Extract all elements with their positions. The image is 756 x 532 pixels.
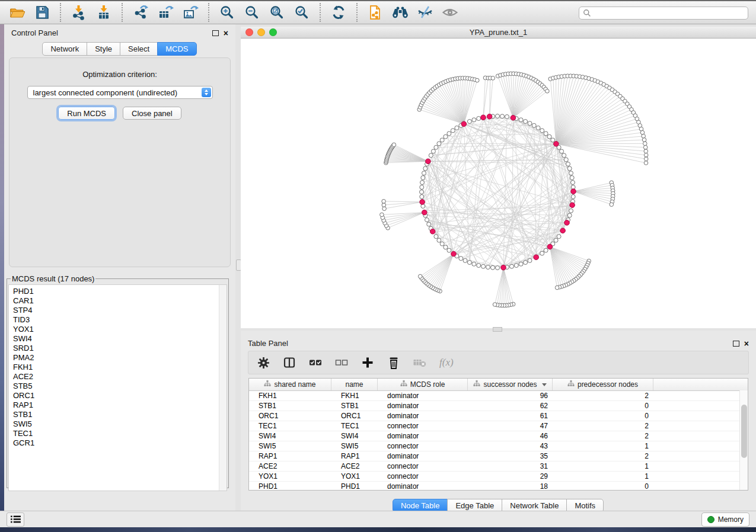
float-window-icon[interactable] [212, 30, 219, 36]
table-cell: dominator [378, 391, 468, 400]
search-input[interactable] [594, 8, 748, 18]
optimization-criterion-dropdown[interactable]: largest connected component (undirected) [27, 86, 213, 99]
clone-network-icon[interactable] [366, 4, 384, 21]
export-table-icon[interactable] [157, 4, 174, 21]
task-history-button[interactable] [7, 512, 24, 527]
add-column-icon[interactable] [361, 356, 374, 369]
list-item[interactable]: GCR1 [13, 438, 227, 448]
close-panel-button[interactable]: Close panel [123, 107, 181, 120]
function-builder-icon[interactable]: f(x) [439, 357, 454, 368]
list-item[interactable]: TID3 [13, 315, 227, 325]
list-item[interactable]: STP4 [13, 306, 227, 315]
table-row[interactable]: YOX1YOX1connector291 [249, 472, 748, 482]
network-canvas[interactable] [241, 39, 756, 328]
network-title: YPA_prune.txt_1 [241, 28, 756, 37]
table-row[interactable]: SWI4SWI4dominator462 [249, 431, 748, 441]
open-file-icon[interactable] [8, 4, 26, 21]
list-icon [10, 515, 21, 524]
table-row[interactable]: TEC1TEC1connector472 [249, 421, 748, 431]
tab-mcds[interactable]: MCDS [157, 42, 196, 56]
column-header-name[interactable]: name [331, 379, 378, 390]
float-window-icon[interactable] [733, 341, 739, 347]
refresh-icon[interactable] [330, 4, 347, 21]
table-scrollbar-thumb[interactable] [741, 405, 747, 458]
memory-label: Memory [718, 515, 744, 524]
control-panel-header: Control Panel × [4, 24, 235, 37]
zoom-fit-icon[interactable] [268, 4, 286, 21]
column-header-shared-name[interactable]: shared name [249, 379, 331, 390]
column-header-filler [653, 379, 748, 390]
import-table-icon[interactable] [95, 4, 113, 21]
tab-network[interactable]: Network [42, 42, 87, 56]
network-horizontal-scrollbar[interactable] [493, 327, 502, 332]
zoom-in-icon[interactable] [218, 4, 236, 21]
close-panel-icon[interactable]: × [744, 341, 749, 347]
control-panel-title: Control Panel [11, 28, 58, 37]
list-item[interactable]: SWI5 [13, 419, 227, 429]
network-graph[interactable] [241, 39, 756, 328]
list-item[interactable]: PHD1 [13, 287, 227, 296]
table-row[interactable]: RAP1RAP1dominator352 [249, 451, 748, 462]
list-item[interactable]: RAP1 [13, 400, 227, 410]
table-scrollbar-track[interactable] [739, 390, 748, 490]
list-item[interactable]: CAR1 [13, 296, 227, 306]
list-item[interactable]: STB5 [13, 382, 227, 391]
select-all-icon[interactable] [309, 356, 322, 369]
export-image-icon[interactable] [181, 4, 199, 21]
dropdown-stepper-icon [202, 88, 211, 97]
list-item[interactable]: YOX1 [13, 325, 227, 334]
table-cell: SWI4 [331, 431, 378, 441]
network-search-field[interactable] [579, 7, 748, 20]
table-panel: Table Panel × [241, 335, 756, 511]
close-panel-icon[interactable]: × [224, 30, 228, 36]
unselect-all-icon[interactable] [335, 356, 348, 369]
save-session-icon[interactable] [33, 4, 51, 21]
table-row[interactable]: FKH1FKH1dominator962 [249, 391, 748, 401]
column-header-successor-nodes[interactable]: successor nodes [468, 379, 553, 390]
import-network-icon[interactable] [70, 4, 88, 21]
table-cell: 1 [553, 441, 653, 451]
table-row[interactable]: SWI5SWI5connector431 [249, 441, 748, 451]
desktop-wallpaper-bottom [0, 527, 756, 532]
list-item[interactable]: TEC1 [13, 429, 227, 438]
table-row[interactable]: STB1STB1dominator620 [249, 401, 748, 411]
hide-selected-icon[interactable] [416, 4, 434, 21]
list-item[interactable]: ORC1 [13, 391, 227, 400]
column-chooser-icon[interactable] [283, 356, 296, 369]
search-network-icon[interactable] [391, 4, 409, 21]
delete-column-icon[interactable] [387, 356, 400, 369]
network-titlebar[interactable]: YPA_prune.txt_1 [241, 27, 756, 39]
show-all-icon[interactable] [441, 4, 459, 21]
zoom-selected-icon[interactable] [293, 4, 311, 21]
list-item[interactable]: SRD1 [13, 344, 227, 353]
column-header-MCDS-role[interactable]: MCDS role [378, 379, 468, 390]
list-item[interactable]: STB1 [13, 410, 227, 419]
list-item[interactable]: ACE2 [13, 372, 227, 382]
run-mcds-button[interactable]: Run MCDS [58, 107, 115, 120]
list-item[interactable]: PMA2 [13, 353, 227, 363]
delete-table-icon[interactable] [413, 356, 426, 369]
table-cell: 18 [468, 482, 553, 491]
memory-button[interactable]: Memory [701, 512, 749, 527]
table-cell: connector [378, 462, 468, 471]
tree-icon [473, 380, 480, 389]
table-cell: connector [378, 421, 468, 431]
table-row[interactable]: ACE2ACE2connector311 [249, 462, 748, 472]
mcds-tab-content: Optimization criterion: largest connecte… [9, 57, 231, 267]
list-item[interactable]: FKH1 [13, 363, 227, 372]
table-row[interactable]: ORC1ORC1dominator610 [249, 411, 748, 421]
zoom-out-icon[interactable] [243, 4, 261, 21]
network-view-window: YPA_prune.txt_1 [241, 24, 756, 331]
table-cell: RAP1 [331, 451, 378, 461]
tab-style[interactable]: Style [87, 42, 120, 56]
table-header-row: shared namenameMCDS rolesuccessor nodesp… [249, 379, 748, 391]
table-row[interactable]: PHD1PHD1dominator180 [249, 482, 748, 491]
column-header-predecessor-nodes[interactable]: predecessor nodes [553, 379, 653, 390]
sort-desc-icon [542, 383, 547, 386]
settings-gear-icon[interactable] [257, 356, 270, 369]
node-table: shared namenameMCDS rolesuccessor nodesp… [248, 378, 748, 491]
export-network-icon[interactable] [132, 4, 149, 21]
tab-select[interactable]: Select [120, 42, 158, 56]
result-list-scrollbar[interactable] [219, 285, 227, 491]
list-item[interactable]: SWI4 [13, 334, 227, 344]
